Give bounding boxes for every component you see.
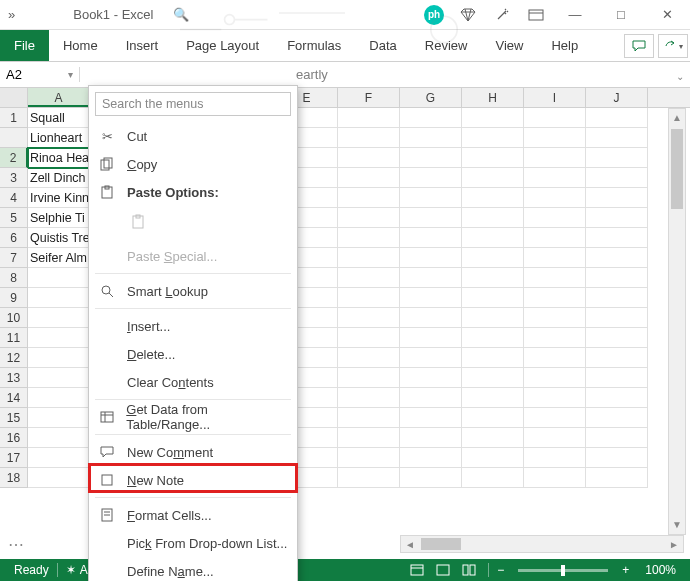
cell[interactable]: Selphie Ti (28, 208, 90, 228)
cell[interactable] (524, 168, 586, 188)
menu-copy[interactable]: Copy (89, 150, 297, 178)
zoom-out-button[interactable]: − (489, 563, 512, 577)
row-header[interactable]: 5 (0, 208, 28, 228)
cell[interactable] (28, 268, 90, 288)
cell[interactable] (28, 468, 90, 488)
menu-new-note[interactable]: New Note (89, 466, 297, 494)
cell[interactable] (338, 168, 400, 188)
cell[interactable] (586, 368, 648, 388)
cell[interactable] (586, 308, 648, 328)
cell[interactable] (524, 148, 586, 168)
cell[interactable] (524, 288, 586, 308)
account-badge[interactable]: ph (424, 5, 444, 25)
cell[interactable]: Lionheart (28, 128, 90, 148)
cell[interactable] (400, 108, 462, 128)
cell[interactable] (462, 108, 524, 128)
tab-view[interactable]: View (481, 30, 537, 61)
cell[interactable] (338, 148, 400, 168)
cell[interactable] (338, 428, 400, 448)
cell[interactable] (338, 348, 400, 368)
menu-get-data[interactable]: Get Data from Table/Range... (89, 403, 297, 431)
cell[interactable] (524, 408, 586, 428)
cell[interactable] (586, 428, 648, 448)
cell[interactable] (338, 328, 400, 348)
cell[interactable] (462, 388, 524, 408)
paste-option-button[interactable] (125, 208, 153, 236)
row-header[interactable]: 15 (0, 408, 28, 428)
column-header[interactable]: A (28, 88, 90, 107)
cell[interactable] (524, 208, 586, 228)
cell[interactable] (28, 408, 90, 428)
cell[interactable]: Squall (28, 108, 90, 128)
menu-new-comment[interactable]: New Comment (89, 438, 297, 466)
cell[interactable] (28, 428, 90, 448)
formula-bar-expand-icon[interactable]: ⌄ (676, 71, 684, 82)
column-header[interactable]: F (338, 88, 400, 107)
cell[interactable] (462, 348, 524, 368)
cell[interactable] (338, 128, 400, 148)
cell[interactable] (524, 308, 586, 328)
cell[interactable]: Rinoa Hea (28, 148, 90, 168)
cell[interactable] (462, 428, 524, 448)
cell[interactable] (586, 208, 648, 228)
cell[interactable] (524, 448, 586, 468)
cell[interactable] (524, 188, 586, 208)
cell[interactable] (524, 108, 586, 128)
row-header[interactable]: 10 (0, 308, 28, 328)
tab-formulas[interactable]: Formulas (273, 30, 355, 61)
cell[interactable] (338, 408, 400, 428)
cell[interactable] (400, 348, 462, 368)
tab-insert[interactable]: Insert (112, 30, 173, 61)
zoom-level[interactable]: 100% (637, 563, 684, 577)
cell[interactable] (400, 408, 462, 428)
zoom-in-button[interactable]: + (614, 563, 637, 577)
row-header[interactable]: 6 (0, 228, 28, 248)
cell[interactable] (586, 148, 648, 168)
column-header[interactable]: H (462, 88, 524, 107)
cell[interactable] (586, 288, 648, 308)
cell[interactable] (462, 208, 524, 228)
cell[interactable] (462, 368, 524, 388)
minimize-button[interactable]: — (552, 0, 598, 30)
cell[interactable] (586, 248, 648, 268)
cell[interactable] (524, 388, 586, 408)
row-header[interactable]: 16 (0, 428, 28, 448)
cell[interactable]: Seifer Alm (28, 248, 90, 268)
cell[interactable] (338, 448, 400, 468)
cell[interactable] (400, 288, 462, 308)
scroll-right-icon[interactable]: ► (665, 539, 683, 550)
cell[interactable] (28, 388, 90, 408)
row-header[interactable]: 18 (0, 468, 28, 488)
cell[interactable] (400, 128, 462, 148)
menu-clear-contents[interactable]: Clear Contents (89, 368, 297, 396)
row-header[interactable] (0, 128, 28, 148)
cell[interactable] (338, 108, 400, 128)
page-break-view-button[interactable] (458, 562, 480, 578)
cell[interactable] (524, 348, 586, 368)
vertical-scrollbar[interactable]: ▲ ▼ (668, 108, 686, 535)
normal-view-button[interactable] (406, 562, 428, 578)
tab-data[interactable]: Data (355, 30, 410, 61)
file-tab[interactable]: File (0, 30, 49, 61)
row-header[interactable]: 11 (0, 328, 28, 348)
cell[interactable]: Zell Dinch (28, 168, 90, 188)
cell[interactable] (462, 228, 524, 248)
cell[interactable] (462, 128, 524, 148)
ribbon-display-icon[interactable] (526, 5, 546, 25)
cell[interactable] (28, 308, 90, 328)
cell[interactable] (462, 468, 524, 488)
wand-icon[interactable] (492, 5, 512, 25)
menu-search-input[interactable]: Search the menus (95, 92, 291, 116)
cell[interactable]: Irvine Kinn (28, 188, 90, 208)
cell[interactable] (400, 448, 462, 468)
cell[interactable] (524, 368, 586, 388)
cell[interactable] (462, 248, 524, 268)
menu-define-name[interactable]: Define Name... (89, 557, 297, 581)
cell[interactable] (400, 148, 462, 168)
name-box[interactable]: A2 ▾ (0, 67, 80, 82)
zoom-slider[interactable] (518, 569, 608, 572)
cell[interactable] (28, 288, 90, 308)
cell[interactable] (586, 268, 648, 288)
column-header[interactable]: I (524, 88, 586, 107)
cell[interactable] (400, 228, 462, 248)
